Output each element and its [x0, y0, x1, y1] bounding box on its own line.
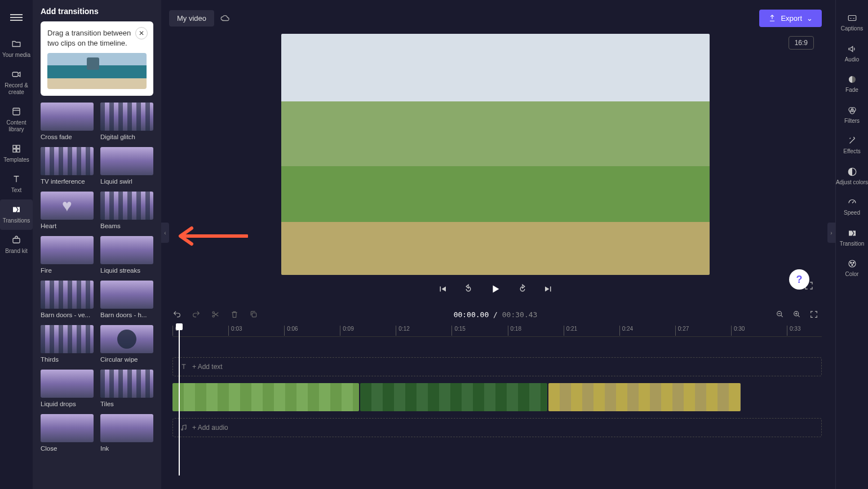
cut-icon[interactable]: [211, 310, 220, 319]
sidebar-item-audio[interactable]: Audio: [836, 38, 869, 69]
transition-label: Liquid streaks: [100, 267, 153, 274]
transition-liquid-drops[interactable]: Liquid drops: [41, 370, 94, 407]
sidebar-item-label: Audio: [845, 56, 860, 63]
sidebar-item-effects[interactable]: Effects: [836, 130, 869, 161]
sidebar-item-transitions[interactable]: Transitions: [0, 199, 33, 230]
transition-label: Liquid drops: [41, 401, 94, 407]
transition-label: Heart: [41, 223, 94, 229]
transition-cross-fade[interactable]: Cross fade: [41, 103, 94, 140]
sidebar-item-fade[interactable]: Fade: [836, 68, 869, 99]
text-icon: [10, 174, 23, 185]
playhead[interactable]: [176, 323, 183, 330]
top-header: My video Export ⌄: [169, 6, 822, 30]
cloud-sync-icon[interactable]: [220, 13, 230, 23]
fit-icon[interactable]: [809, 310, 818, 319]
project-title[interactable]: My video: [169, 10, 214, 26]
rewind-icon[interactable]: [463, 284, 473, 294]
collapse-panel-icon[interactable]: ‹: [161, 223, 169, 243]
transition-label: Tiles: [100, 401, 153, 407]
collapse-right-panel-icon[interactable]: ›: [827, 223, 835, 243]
transition-tv-interference[interactable]: TV interference: [41, 147, 94, 185]
add-audio-track[interactable]: + Add audio: [172, 418, 822, 437]
video-clip-2[interactable]: [360, 383, 547, 411]
transition-barn-doors-vertical[interactable]: Barn doors - ve...: [41, 281, 94, 318]
forward-icon[interactable]: [517, 284, 528, 294]
sidebar-item-label: Captions: [841, 25, 863, 32]
svg-point-16: [851, 264, 852, 265]
transition-barn-doors-horizontal[interactable]: Barn doors - h...: [100, 281, 153, 318]
sidebar-item-text[interactable]: Text: [0, 169, 33, 199]
undo-icon[interactable]: [172, 310, 181, 319]
sidebar-item-label: Templates: [3, 157, 29, 163]
sidebar-item-label: Color: [845, 271, 859, 278]
sidebar-item-transition[interactable]: Transition: [836, 222, 869, 253]
transition-fire[interactable]: Fire: [41, 236, 94, 274]
svg-point-15: [853, 262, 854, 263]
ruler-tick: 0:03: [228, 326, 242, 336]
help-button[interactable]: ?: [789, 269, 809, 290]
transition-tiles[interactable]: Tiles: [100, 370, 153, 407]
sidebar-item-your-media[interactable]: Your media: [0, 34, 33, 64]
sidebar-item-label: Content library: [0, 119, 33, 133]
add-text-track[interactable]: + Add text: [172, 357, 822, 376]
svg-rect-7: [848, 16, 856, 21]
preview-area: [169, 34, 822, 303]
sidebar-item-speed[interactable]: Speed: [836, 191, 869, 222]
playback-controls: [437, 283, 553, 295]
close-icon[interactable]: ✕: [135, 27, 148, 39]
transition-heart[interactable]: Heart: [41, 192, 94, 229]
transition-liquid-streaks[interactable]: Liquid streaks: [100, 236, 153, 274]
svg-rect-6: [13, 238, 20, 243]
chevron-down-icon: ⌄: [807, 14, 813, 23]
video-track[interactable]: [172, 383, 822, 411]
duration: 00:30.43: [502, 310, 538, 319]
camera-icon: [10, 69, 23, 80]
sidebar-item-color[interactable]: Color: [836, 252, 869, 283]
sidebar-item-adjust-colors[interactable]: Adjust colors: [836, 161, 869, 192]
skip-start-icon[interactable]: [437, 284, 448, 294]
zoom-in-icon[interactable]: [792, 310, 801, 319]
transition-ink[interactable]: Ink: [100, 414, 153, 452]
ruler-tick: 0:09: [340, 326, 353, 336]
folder-icon: [10, 38, 23, 50]
add-text-label: + Add text: [192, 363, 223, 371]
transition-label: Digital glitch: [100, 134, 153, 140]
transition-thirds[interactable]: Thirds: [41, 325, 94, 363]
sidebar-item-label: Filters: [844, 118, 860, 125]
sidebar-item-record-create[interactable]: Record & create: [0, 64, 33, 101]
menu-icon[interactable]: [10, 7, 23, 34]
sidebar-item-content-library[interactable]: Content library: [0, 101, 33, 139]
redo-icon[interactable]: [192, 310, 201, 319]
tip-demo-image: [47, 53, 147, 89]
duplicate-icon[interactable]: [249, 310, 258, 319]
ruler-tick: 0:12: [396, 326, 409, 336]
video-clip-1[interactable]: [172, 383, 359, 411]
sidebar-item-captions[interactable]: Captions: [836, 7, 869, 38]
transition-liquid-swirl[interactable]: Liquid swirl: [100, 147, 153, 185]
delete-icon[interactable]: [230, 310, 239, 319]
sidebar-item-brand-kit[interactable]: Brand kit: [0, 230, 33, 260]
video-preview[interactable]: [281, 34, 710, 275]
svg-point-17: [212, 315, 214, 317]
svg-rect-4: [13, 149, 16, 152]
transition-digital-glitch[interactable]: Digital glitch: [100, 103, 153, 140]
skip-end-icon[interactable]: [543, 284, 553, 294]
library-icon: [10, 106, 23, 117]
sidebar-item-filters[interactable]: Filters: [836, 99, 869, 130]
sidebar-item-templates[interactable]: Templates: [0, 139, 33, 169]
export-button[interactable]: Export ⌄: [759, 10, 822, 27]
ruler-tick: 0:06: [284, 326, 298, 336]
video-clip-3[interactable]: [548, 383, 741, 411]
play-icon[interactable]: [489, 283, 502, 295]
sidebar-item-label: Adjust colors: [836, 179, 868, 186]
adjust-colors-icon: [846, 166, 858, 177]
ruler-tick: 0:18: [508, 326, 521, 336]
timeline-ruler[interactable]: 00:030:060:090:120:150:180:210:240:270:3…: [172, 324, 822, 337]
music-icon: [180, 424, 188, 432]
transition-beams[interactable]: Beams: [100, 192, 153, 229]
transition-circular-wipe[interactable]: Circular wipe: [100, 325, 153, 363]
transition-close[interactable]: Close: [41, 414, 94, 452]
sidebar-item-label: Transition: [840, 241, 865, 247]
zoom-out-icon[interactable]: [776, 310, 785, 319]
transitions-icon: [10, 204, 23, 215]
